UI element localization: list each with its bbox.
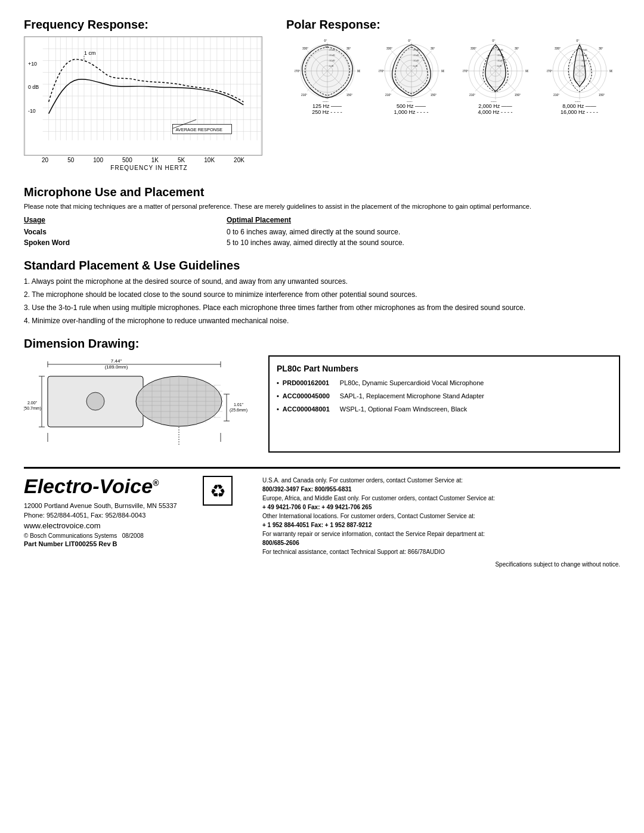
footer-contact-4: + 49 9421-706 0 Fax: + 49 9421-706 265 bbox=[262, 503, 620, 512]
part-desc-1: PL80c, Dynamic Supercardioid Vocal Micro… bbox=[340, 379, 612, 386]
svg-text:0°: 0° bbox=[408, 39, 411, 42]
footer-right: U.S.A. and Canada only. For customer ord… bbox=[262, 476, 620, 569]
svg-text:330°: 330° bbox=[302, 47, 308, 50]
footer-website: www.electrovoice.com bbox=[24, 521, 191, 530]
footer-contact-3: Europe, Africa, and Middle East only. Fo… bbox=[262, 494, 620, 503]
polar-section: Polar Response: bbox=[286, 18, 620, 171]
svg-text:30°: 30° bbox=[599, 47, 603, 50]
svg-text:30°: 30° bbox=[346, 47, 351, 50]
footer-address: 12000 Portland Avenue South, Burnsville,… bbox=[24, 502, 191, 509]
footer-specs: Specifications subject to change without… bbox=[262, 560, 620, 569]
svg-text:90°: 90° bbox=[357, 69, 360, 73]
svg-text:0 dB: 0 dB bbox=[28, 84, 39, 90]
svg-text:30°: 30° bbox=[515, 47, 519, 50]
svg-text:150°: 150° bbox=[431, 93, 436, 97]
standard-section: Standard Placement & Use Guidelines 1. A… bbox=[24, 259, 620, 325]
usage-row-spoken-label: Spoken Word bbox=[24, 239, 203, 247]
freq-label-5k: 5K bbox=[178, 157, 185, 163]
polar-item-3: 0° 180° 90° 270° 30° 330° 150° 210° -5dB… bbox=[454, 36, 536, 115]
svg-text:+10: +10 bbox=[28, 61, 37, 67]
freq-label-500: 500 bbox=[122, 157, 132, 163]
standard-item-1: 1. Always point the microphone at the de… bbox=[24, 277, 620, 286]
svg-text:270°: 270° bbox=[379, 69, 384, 73]
svg-text:270°: 270° bbox=[547, 69, 552, 73]
frequency-chart: +10 0 dB -10 1 cm AVERAGE RESPONSE bbox=[24, 36, 262, 156]
footer-contact-6: + 1 952 884-4051 Fax: + 1 952 887-9212 bbox=[262, 521, 620, 529]
svg-text:0°: 0° bbox=[324, 39, 327, 42]
mic-title: Microphone Use and Placement bbox=[24, 185, 620, 199]
footer-contact-2: 800/392-3497 Fax: 800/955-6831 bbox=[262, 485, 620, 494]
frequency-title: Frequency Response: bbox=[24, 18, 274, 32]
svg-text:150°: 150° bbox=[346, 93, 352, 97]
freq-label-50: 50 bbox=[67, 157, 74, 163]
polar-item-4: 0° 180° 90° 270° 30° 330° 150° 210° -5dB… bbox=[538, 36, 620, 115]
standard-title: Standard Placement & Use Guidelines bbox=[24, 259, 620, 272]
footer-contact-8: 800/685-2606 bbox=[262, 538, 620, 547]
svg-text:330°: 330° bbox=[386, 47, 392, 50]
polar-grid: 0° 180° 90° 270° 30° 330° 150° 210° 60° … bbox=[286, 36, 620, 115]
usage-table: Usage Vocals Spoken Word Optimal Placeme… bbox=[24, 216, 620, 247]
svg-text:210°: 210° bbox=[385, 93, 391, 97]
svg-text:330°: 330° bbox=[470, 47, 476, 50]
svg-text:90°: 90° bbox=[609, 69, 612, 73]
standard-item-3: 3. Use the 3-to-1 rule when using multip… bbox=[24, 304, 620, 312]
standard-item-2: 2. The microphone should be located clos… bbox=[24, 290, 620, 299]
footer: Electro-Voice® 12000 Portland Avenue Sou… bbox=[24, 467, 620, 569]
standard-list: 1. Always point the microphone at the de… bbox=[24, 277, 620, 325]
svg-text:1 cm: 1 cm bbox=[84, 50, 95, 56]
part-item-2: • ACC000045000 SAPL-1, Replacement Micro… bbox=[277, 392, 612, 400]
svg-text:AVERAGE RESPONSE: AVERAGE RESPONSE bbox=[175, 127, 222, 132]
svg-text:-10: -10 bbox=[28, 108, 36, 114]
dimension-content: 7.44" (189.0mm) 2.00" (50.7mm) 1.01" (25… bbox=[24, 355, 620, 453]
dimension-title: Dimension Drawing: bbox=[24, 337, 620, 351]
polar-item-1: 0° 180° 90° 270° 30° 330° 150° 210° 60° … bbox=[286, 36, 368, 115]
footer-contact-5: Other International locations. For custo… bbox=[262, 512, 620, 521]
footer-logo: Electro-Voice® bbox=[24, 476, 191, 496]
frequency-x-labels: 20 50 100 500 1K 5K 10K 20K bbox=[24, 157, 262, 163]
footer-contact-7: For warranty repair or service informati… bbox=[262, 529, 620, 538]
mic-intro: Please note that micing techniques are a… bbox=[24, 203, 620, 210]
usage-row-vocals-value: 0 to 6 inches away, aimed directly at th… bbox=[227, 228, 620, 236]
top-section: Frequency Response: bbox=[24, 18, 620, 171]
svg-text:(50.7mm): (50.7mm) bbox=[24, 406, 41, 411]
part-item-1: • PRD000162001 PL80c, Dynamic Supercardi… bbox=[277, 379, 612, 386]
part-numbers-box: PL80c Part Numbers • PRD000162001 PL80c,… bbox=[268, 355, 620, 453]
polar-legend-4: 8,000 Hz —— 16,000 Hz - - - - bbox=[561, 103, 598, 115]
mic-section: Microphone Use and Placement Please note… bbox=[24, 185, 620, 247]
polar-legend-1: 125 Hz —— 250 Hz - - - - bbox=[312, 103, 342, 115]
standard-item-4: 4. Minimize over-handling of the microph… bbox=[24, 317, 620, 325]
polar-legend-2: 500 Hz —— 1,000 Hz - - - - bbox=[394, 103, 428, 115]
svg-text:180°: 180° bbox=[574, 101, 580, 102]
svg-text:0°: 0° bbox=[576, 39, 579, 42]
svg-text:150°: 150° bbox=[599, 93, 605, 97]
footer-contact-9: For technical assistance, contact Techni… bbox=[262, 547, 620, 556]
part-num-2: ACC000045000 bbox=[283, 392, 336, 400]
part-numbers-title: PL80c Part Numbers bbox=[277, 364, 612, 373]
frequency-section: Frequency Response: bbox=[24, 18, 274, 171]
footer-center: ♻ bbox=[203, 476, 250, 506]
svg-text:150°: 150° bbox=[515, 93, 521, 97]
svg-text:30°: 30° bbox=[431, 47, 435, 50]
svg-text:330°: 330° bbox=[555, 47, 561, 50]
svg-text:1.01": 1.01" bbox=[234, 402, 244, 407]
usage-row-spoken-value: 5 to 10 inches away, aimed directly at t… bbox=[227, 239, 620, 247]
svg-text:210°: 210° bbox=[469, 93, 475, 97]
freq-label-20: 20 bbox=[42, 157, 48, 163]
svg-text:(25.6mm): (25.6mm) bbox=[230, 408, 247, 413]
svg-text:7.44": 7.44" bbox=[111, 358, 122, 364]
recycle-icon: ♻ bbox=[203, 476, 233, 506]
footer-contact-1: U.S.A. and Canada only. For customer ord… bbox=[262, 476, 620, 485]
freq-label-100: 100 bbox=[93, 157, 103, 163]
svg-text:180°: 180° bbox=[490, 101, 496, 102]
svg-text:90°: 90° bbox=[525, 69, 528, 73]
freq-label-10k: 10K bbox=[204, 157, 215, 163]
svg-text:210°: 210° bbox=[553, 93, 559, 97]
dimension-drawing: 7.44" (189.0mm) 2.00" (50.7mm) 1.01" (25… bbox=[24, 355, 250, 453]
part-desc-2: SAPL-1, Replacement Microphone Stand Ada… bbox=[340, 392, 612, 400]
freq-label-1k: 1K bbox=[151, 157, 159, 163]
svg-text:90°: 90° bbox=[441, 69, 444, 73]
polar-legend-3: 2,000 Hz —— 4,000 Hz - - - - bbox=[478, 103, 512, 115]
part-num-3: ACC000048001 bbox=[283, 405, 336, 413]
svg-text:270°: 270° bbox=[295, 69, 300, 73]
svg-text:270°: 270° bbox=[463, 69, 468, 73]
